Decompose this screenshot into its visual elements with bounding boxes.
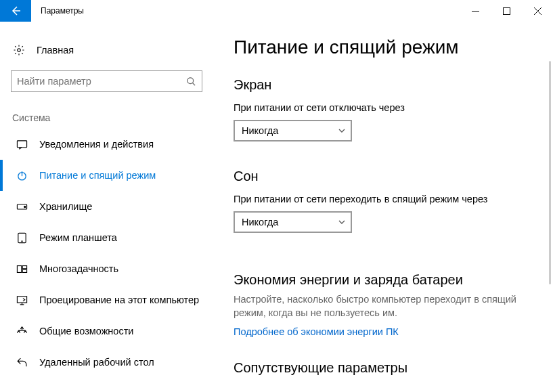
dropdown-value: Никогда bbox=[242, 125, 337, 136]
close-button[interactable] bbox=[522, 0, 553, 22]
back-button[interactable] bbox=[0, 0, 31, 22]
sidebar-item-tablet[interactable]: Режим планшета bbox=[0, 222, 213, 253]
svg-rect-12 bbox=[17, 296, 26, 302]
sidebar-item-remote[interactable]: Удаленный рабочий стол bbox=[0, 347, 213, 378]
sidebar-item-power[interactable]: Питание и спящий режим bbox=[0, 160, 213, 191]
tablet-icon bbox=[15, 232, 28, 244]
sleep-dropdown[interactable]: Никогда bbox=[234, 211, 352, 233]
svg-rect-9 bbox=[17, 265, 21, 272]
project-icon bbox=[15, 295, 28, 306]
related-heading: Сопутствующие параметры bbox=[234, 360, 537, 376]
sidebar-group-title: Система bbox=[0, 104, 213, 129]
search-input[interactable] bbox=[17, 76, 185, 87]
power-icon bbox=[15, 170, 28, 181]
screen-heading: Экран bbox=[234, 77, 537, 93]
sidebar-item-multitasking[interactable]: Многозадачность bbox=[0, 253, 213, 284]
svg-point-8 bbox=[21, 240, 22, 241]
svg-point-6 bbox=[24, 206, 25, 207]
remote-icon bbox=[15, 357, 28, 368]
multitask-icon bbox=[15, 263, 28, 275]
sidebar-item-shared[interactable]: Общие возможности bbox=[0, 315, 213, 347]
chevron-down-icon bbox=[337, 127, 347, 135]
sidebar-item-label: Удаленный рабочий стол bbox=[39, 357, 154, 368]
sidebar-item-label: Хранилище bbox=[39, 201, 92, 212]
window-title: Параметры bbox=[31, 0, 84, 22]
page-title: Питание и спящий режим bbox=[234, 37, 537, 58]
sidebar-item-label: Общие возможности bbox=[39, 326, 133, 336]
sidebar-item-label: Питание и спящий режим bbox=[39, 170, 156, 181]
battery-heading: Экономия энергии и заряда батареи bbox=[234, 272, 537, 288]
svg-rect-3 bbox=[17, 140, 26, 147]
sidebar-item-storage[interactable]: Хранилище bbox=[0, 191, 213, 222]
svg-rect-10 bbox=[22, 265, 26, 268]
svg-point-1 bbox=[18, 49, 21, 52]
chevron-down-icon bbox=[337, 218, 347, 226]
sidebar: Главная Система Уведомления и действия П… bbox=[0, 22, 213, 392]
maximize-button[interactable] bbox=[491, 0, 522, 22]
screen-off-dropdown[interactable]: Никогда bbox=[234, 120, 352, 141]
sleep-label: При питании от сети переходить в спящий … bbox=[234, 194, 537, 204]
battery-learn-more-link[interactable]: Подробнее об экономии энергии ПК bbox=[234, 326, 537, 337]
search-icon bbox=[185, 77, 196, 87]
sidebar-item-label: Режим планшета bbox=[39, 232, 117, 243]
sidebar-item-label: Многозадачность bbox=[39, 263, 118, 274]
gear-icon bbox=[12, 44, 26, 56]
maximize-icon bbox=[503, 7, 510, 15]
battery-text: Настройте, насколько быстро компьютер пе… bbox=[234, 293, 525, 320]
message-icon bbox=[15, 139, 28, 150]
sidebar-item-label: Проецирование на этот компьютер bbox=[39, 295, 199, 305]
minimize-icon bbox=[472, 7, 479, 15]
title-bar: Параметры bbox=[0, 0, 553, 22]
screen-off-label: При питании от сети отключать через bbox=[234, 102, 537, 113]
sleep-heading: Сон bbox=[234, 169, 537, 184]
scrollbar[interactable] bbox=[549, 61, 551, 284]
sidebar-home-label: Главная bbox=[37, 45, 74, 56]
sidebar-home[interactable]: Главная bbox=[0, 38, 213, 62]
sidebar-item-projecting[interactable]: Проецирование на этот компьютер bbox=[0, 284, 213, 315]
svg-rect-0 bbox=[503, 7, 510, 14]
share-icon bbox=[15, 326, 28, 337]
main-content: Питание и спящий режим Экран При питании… bbox=[213, 22, 553, 392]
svg-rect-11 bbox=[22, 269, 26, 272]
search-box[interactable] bbox=[11, 70, 202, 92]
arrow-left-icon bbox=[9, 5, 22, 17]
minimize-button[interactable] bbox=[460, 0, 491, 22]
svg-point-2 bbox=[187, 77, 193, 83]
sidebar-item-label: Уведомления и действия bbox=[39, 139, 154, 150]
close-icon bbox=[534, 7, 541, 15]
storage-icon bbox=[15, 201, 28, 213]
sidebar-item-notifications[interactable]: Уведомления и действия bbox=[0, 129, 213, 160]
dropdown-value: Никогда bbox=[242, 217, 337, 227]
